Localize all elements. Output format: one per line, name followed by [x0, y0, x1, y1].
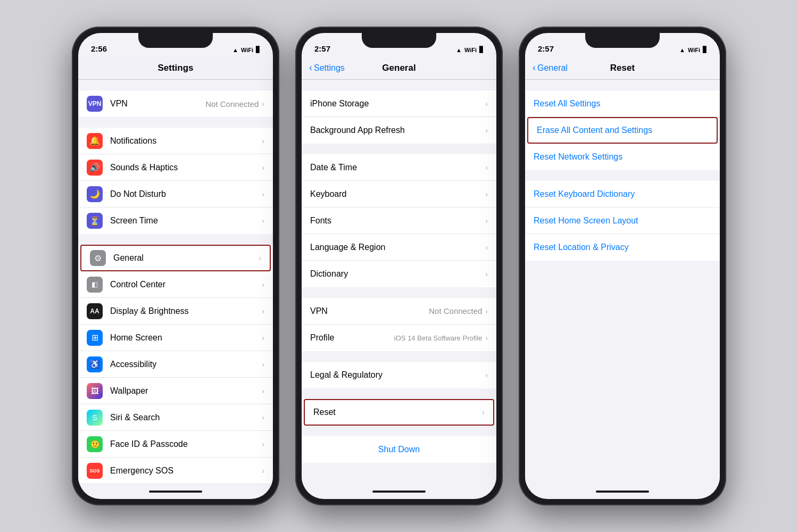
- settings-row-language[interactable]: Language & Region ›: [302, 234, 496, 261]
- group-reset-options-2: Reset Keyboard Dictionary Reset Home Scr…: [525, 181, 720, 261]
- accessibility-chevron: ›: [262, 360, 264, 369]
- display-label: Display & Brightness: [110, 306, 262, 316]
- donotdisturb-label: Do Not Disturb: [110, 189, 262, 199]
- reset-row-keyboard-dict[interactable]: Reset Keyboard Dictionary: [525, 181, 720, 207]
- settings-row-reset[interactable]: Reset ›: [304, 399, 494, 426]
- screen-content-2[interactable]: iPhone Storage › Background App Refresh …: [302, 80, 496, 484]
- sos-icon: SOS: [87, 463, 103, 479]
- wifi-icon-2: WiFi: [464, 47, 477, 53]
- settings-row-profile[interactable]: Profile iOS 14 Beta Software Profile ›: [302, 325, 496, 351]
- phone-3: 2:57 ▲ WiFi ▊ ‹ General Reset Reset All …: [519, 27, 726, 505]
- settings-row-vpn2[interactable]: VPN Not Connected ›: [302, 298, 496, 325]
- reset-all-settings-label: Reset All Settings: [534, 99, 600, 109]
- wallpaper-chevron: ›: [262, 387, 264, 395]
- wallpaper-label: Wallpaper: [110, 386, 262, 396]
- reset-keyboard-label: Reset Keyboard Dictionary: [534, 189, 635, 199]
- vpn-icon: VPN: [87, 96, 103, 112]
- back-label-2[interactable]: Settings: [314, 63, 345, 73]
- home-bar-3: [596, 491, 649, 493]
- settings-row-controlcenter[interactable]: ◧ Control Center ›: [78, 271, 273, 298]
- settings-row-wallpaper[interactable]: 🖼 Wallpaper ›: [78, 378, 273, 404]
- settings-row-general[interactable]: ⚙ General ›: [80, 245, 271, 271]
- status-time-2: 2:57: [314, 44, 330, 53]
- settings-row-faceid[interactable]: 🙂 Face ID & Passcode ›: [78, 431, 273, 458]
- reset-homescreen-label: Reset Home Screen Layout: [534, 216, 638, 226]
- settings-row-dictionary[interactable]: Dictionary ›: [302, 261, 496, 287]
- settings-row-keyboard[interactable]: Keyboard ›: [302, 181, 496, 207]
- settings-row-vpn[interactable]: VPN VPN Not Connected ›: [78, 90, 273, 117]
- group-reset: Reset ›: [302, 399, 496, 426]
- settings-row-legal[interactable]: Legal & Regulatory ›: [302, 362, 496, 388]
- settings-row-sounds[interactable]: 🔊 Sounds & Haptics ›: [78, 154, 273, 181]
- accessibility-icon: ♿: [87, 356, 103, 372]
- phone-3-screen: 2:57 ▲ WiFi ▊ ‹ General Reset Reset All …: [525, 33, 720, 499]
- controlcenter-label: Control Center: [110, 280, 262, 289]
- settings-row-fonts[interactable]: Fonts ›: [302, 207, 496, 234]
- screen-content-1[interactable]: VPN VPN Not Connected › 🔔 Notifications …: [78, 80, 273, 484]
- status-icons-3: ▲ WiFi ▊: [679, 46, 707, 53]
- status-time-3: 2:57: [538, 44, 554, 53]
- battery-icon: ▊: [256, 46, 260, 53]
- display-icon: AA: [87, 303, 103, 319]
- group-legal: Legal & Regulatory ›: [302, 362, 496, 388]
- reset-row-all-settings[interactable]: Reset All Settings: [525, 90, 720, 117]
- settings-row-sos[interactable]: SOS Emergency SOS ›: [78, 458, 273, 484]
- phone-1-screen: 2:56 ▲ WiFi ▊ Settings VPN VPN Not Conn: [78, 33, 273, 499]
- reset-row-homescreen-layout[interactable]: Reset Home Screen Layout: [525, 207, 720, 234]
- vpn-chevron: ›: [262, 99, 264, 108]
- homescreen-icon: ⊞: [87, 330, 103, 346]
- reset-row-location-privacy[interactable]: Reset Location & Privacy: [525, 234, 720, 261]
- screentime-label: Screen Time: [110, 216, 262, 226]
- bgrefresh-chevron: ›: [485, 126, 488, 135]
- screen-content-3[interactable]: Reset All Settings Erase All Content and…: [525, 80, 720, 484]
- settings-group-general: ⚙ General › ◧ Control Center › AA Displa…: [78, 245, 273, 484]
- settings-row-accessibility[interactable]: ♿ Accessibility ›: [78, 351, 273, 378]
- iphone-storage-chevron: ›: [485, 99, 488, 108]
- language-chevron: ›: [485, 243, 488, 252]
- settings-row-siri[interactable]: S Siri & Search ›: [78, 404, 273, 431]
- vpn-value: Not Connected: [205, 99, 259, 109]
- phone-2-screen: 2:57 ▲ WiFi ▊ ‹ Settings General iPhone …: [302, 33, 496, 499]
- profile-value: iOS 14 Beta Software Profile: [394, 334, 482, 342]
- notifications-icon: 🔔: [87, 133, 103, 149]
- nav-back-3[interactable]: ‹ General: [533, 62, 568, 73]
- wifi-icon-3: WiFi: [688, 47, 700, 53]
- siri-icon: S: [87, 410, 103, 426]
- siri-chevron: ›: [262, 413, 264, 422]
- vpn-label: VPN: [110, 99, 205, 109]
- reset-row-network[interactable]: Reset Network Settings: [525, 144, 720, 170]
- nav-bar-1: Settings: [78, 56, 273, 80]
- settings-row-datetime[interactable]: Date & Time ›: [302, 154, 496, 181]
- nav-back-2[interactable]: ‹ Settings: [309, 62, 345, 73]
- keyboard-chevron: ›: [485, 190, 488, 198]
- settings-row-screentime[interactable]: ⏳ Screen Time ›: [78, 207, 273, 234]
- donotdisturb-icon: 🌙: [87, 186, 103, 202]
- settings-row-homescreen[interactable]: ⊞ Home Screen ›: [78, 325, 273, 351]
- settings-row-bgrefresh[interactable]: Background App Refresh ›: [302, 117, 496, 144]
- reset-row-erase[interactable]: Erase All Content and Settings: [527, 117, 718, 144]
- nav-title-1: Settings: [157, 63, 193, 73]
- settings-group-vpn: VPN VPN Not Connected ›: [78, 90, 273, 117]
- notch-3: [585, 33, 660, 48]
- back-label-3[interactable]: General: [537, 63, 568, 73]
- home-bar-2: [372, 491, 426, 493]
- vpn2-value: Not Connected: [429, 306, 482, 315]
- settings-row-shutdown[interactable]: Shut Down: [302, 436, 496, 463]
- home-indicator-1: [78, 484, 273, 499]
- signal-icon-2: ▲: [456, 47, 462, 53]
- controlcenter-icon: ◧: [87, 277, 103, 293]
- settings-row-donotdisturb[interactable]: 🌙 Do Not Disturb ›: [78, 181, 273, 207]
- notifications-label: Notifications: [110, 136, 262, 146]
- sounds-chevron: ›: [262, 163, 264, 172]
- status-icons-1: ▲ WiFi ▊: [232, 46, 260, 53]
- settings-row-display[interactable]: AA Display & Brightness ›: [78, 298, 273, 325]
- settings-row-iphone-storage[interactable]: iPhone Storage ›: [302, 90, 496, 117]
- home-indicator-2: [302, 484, 496, 499]
- nav-bar-3: ‹ General Reset: [525, 56, 720, 80]
- battery-icon-3: ▊: [703, 46, 707, 53]
- battery-icon-2: ▊: [479, 46, 484, 53]
- faceid-icon: 🙂: [87, 436, 103, 452]
- reset-network-label: Reset Network Settings: [534, 152, 622, 162]
- settings-row-notifications[interactable]: 🔔 Notifications ›: [78, 128, 273, 154]
- dictionary-label: Dictionary: [310, 269, 485, 279]
